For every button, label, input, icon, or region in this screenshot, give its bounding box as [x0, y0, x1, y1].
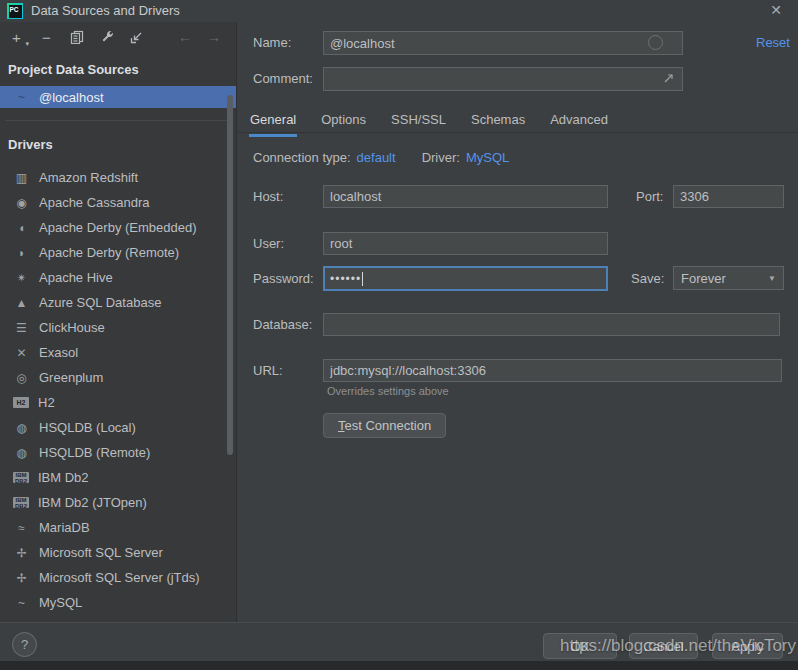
user-input[interactable]: [323, 232, 608, 255]
driver-item-hsqldb-remote[interactable]: ◍ HSQLDB (Remote): [0, 440, 236, 465]
password-input[interactable]: ••••••: [323, 266, 608, 291]
password-label: Password:: [253, 271, 314, 286]
close-icon[interactable]: ✕: [770, 2, 782, 18]
data-source-label: @localhost: [39, 90, 104, 105]
h2-icon: H2: [13, 397, 29, 408]
back-button[interactable]: ←: [177, 29, 193, 46]
user-label: User:: [253, 236, 284, 251]
duplicate-button[interactable]: [68, 29, 85, 46]
url-hint: Overrides settings above: [327, 385, 449, 397]
driver-label: Driver:: [422, 150, 460, 165]
remove-button[interactable]: −: [38, 29, 55, 46]
drivers-header: Drivers: [8, 137, 236, 155]
apply-button[interactable]: Apply: [712, 633, 783, 659]
driver-item-exasol[interactable]: ✕ Exasol: [0, 340, 236, 365]
data-source-item-localhost[interactable]: ~ @localhost: [0, 86, 236, 108]
driver-value-link[interactable]: MySQL: [466, 150, 509, 165]
expand-icon[interactable]: [662, 72, 675, 88]
driver-item-ibm-db2-jtopen[interactable]: IBM DB2 IBM Db2 (JTOpen): [0, 490, 236, 515]
test-connection-button[interactable]: Test Connection: [323, 413, 446, 438]
project-data-sources-header: Project Data Sources: [8, 62, 236, 80]
ibm-db2-icon: IBM DB2: [13, 497, 29, 508]
import-button[interactable]: [128, 29, 145, 46]
data-sources-dialog: PC Data Sources and Drivers ✕ + ▾ −: [0, 0, 798, 670]
bottom-strip: [0, 661, 798, 670]
driver-item-azure-sql-database[interactable]: ▲ Azure SQL Database: [0, 290, 236, 315]
comment-label: Comment:: [253, 71, 313, 86]
drivers-list: ▥ Amazon Redshift ◉ Apache Cassandra ◖ A…: [0, 165, 236, 622]
chevron-down-icon: ▼: [768, 274, 776, 283]
wrench-icon: [100, 30, 114, 44]
refresh-spinner-icon: [648, 35, 663, 50]
hsqldb-icon: ◍: [13, 421, 30, 435]
tabs-separator: [238, 132, 798, 133]
mariadb-icon: ≈: [13, 521, 30, 535]
sidebar-toolbar: + ▾ −: [0, 22, 236, 52]
apache-hive-icon: ✴: [13, 271, 30, 285]
help-button[interactable]: ?: [12, 632, 37, 657]
connection-form: Name: Reset Comment: General Options SSH…: [238, 22, 798, 622]
ok-button[interactable]: OK: [543, 633, 617, 659]
sidebar: + ▾ −: [0, 22, 237, 622]
driver-item-apache-derby-embedded[interactable]: ◖ Apache Derby (Embedded): [0, 215, 236, 240]
amazon-redshift-icon: ▥: [13, 171, 30, 185]
driver-item-mysql[interactable]: ~ MySQL: [0, 590, 236, 615]
driver-item-microsoft-sql-server[interactable]: ✢ Microsoft SQL Server: [0, 540, 236, 565]
save-dropdown-value: Forever: [681, 271, 726, 286]
duplicate-icon: [70, 30, 84, 44]
clickhouse-icon: ☰: [13, 321, 30, 335]
azure-sql-icon: ▲: [13, 296, 30, 310]
host-input[interactable]: [323, 185, 608, 208]
driver-item-apache-derby-remote[interactable]: ◗ Apache Derby (Remote): [0, 240, 236, 265]
driver-item-apache-hive[interactable]: ✴ Apache Hive: [0, 265, 236, 290]
database-label: Database:: [253, 317, 312, 332]
apache-cassandra-icon: ◉: [13, 196, 30, 210]
sql-server-icon: ✢: [13, 546, 30, 560]
driver-properties-button[interactable]: [98, 29, 115, 46]
driver-item-ibm-db2[interactable]: IBM DB2 IBM Db2: [0, 465, 236, 490]
list-separator: [5, 120, 231, 121]
question-mark-icon: ?: [21, 637, 28, 652]
driver-item-mariadb[interactable]: ≈ MariaDB: [0, 515, 236, 540]
driver-item-greenplum[interactable]: ◎ Greenplum: [0, 365, 236, 390]
name-label: Name:: [253, 35, 291, 50]
url-input[interactable]: [323, 359, 782, 382]
comment-input[interactable]: [323, 67, 683, 91]
save-dropdown[interactable]: Forever ▼: [673, 266, 784, 290]
title-bar: PC Data Sources and Drivers ✕: [0, 0, 798, 22]
database-input[interactable]: [323, 313, 780, 336]
apache-derby-icon: ◖: [13, 221, 30, 235]
reset-link[interactable]: Reset: [756, 35, 790, 50]
text-caret: [362, 272, 363, 286]
add-button[interactable]: + ▾: [8, 29, 25, 46]
driver-item-clickhouse[interactable]: ☰ ClickHouse: [0, 315, 236, 340]
connection-type-label: Connection type:: [253, 150, 351, 165]
import-icon: [130, 30, 144, 44]
driver-item-mysql-for-51[interactable]: ~ MySQL for 5.1: [0, 615, 236, 622]
driver-item-h2[interactable]: H2 H2: [0, 390, 236, 415]
sidebar-scrollbar[interactable]: [227, 95, 233, 455]
greenplum-icon: ◎: [13, 371, 30, 385]
sources-and-drivers-list: Project Data Sources ~ @localhost Driver…: [0, 52, 236, 622]
host-label: Host:: [253, 189, 283, 204]
ibm-db2-icon: IBM DB2: [13, 472, 29, 483]
pycharm-logo-icon: PC: [7, 3, 23, 19]
port-input[interactable]: [673, 185, 784, 208]
forward-button[interactable]: →: [206, 29, 222, 46]
driver-item-amazon-redshift[interactable]: ▥ Amazon Redshift: [0, 165, 236, 190]
name-input[interactable]: [323, 31, 683, 55]
driver-item-apache-cassandra[interactable]: ◉ Apache Cassandra: [0, 190, 236, 215]
dialog-footer: ? OK Cancel Apply: [0, 622, 798, 661]
apache-derby-icon: ◗: [13, 246, 30, 260]
window-title: Data Sources and Drivers: [31, 3, 180, 18]
connection-type-value-link[interactable]: default: [357, 150, 396, 165]
driver-item-microsoft-sql-server-jtds[interactable]: ✢ Microsoft SQL Server (jTds): [0, 565, 236, 590]
mysql-datasource-icon: ~: [13, 90, 30, 104]
save-label: Save:: [631, 271, 664, 286]
driver-item-hsqldb-local[interactable]: ◍ HSQLDB (Local): [0, 415, 236, 440]
mysql-icon: ~: [13, 596, 30, 610]
sql-server-icon: ✢: [13, 571, 30, 585]
exasol-icon: ✕: [13, 346, 30, 360]
cancel-button[interactable]: Cancel: [629, 633, 698, 659]
port-label: Port:: [636, 189, 663, 204]
